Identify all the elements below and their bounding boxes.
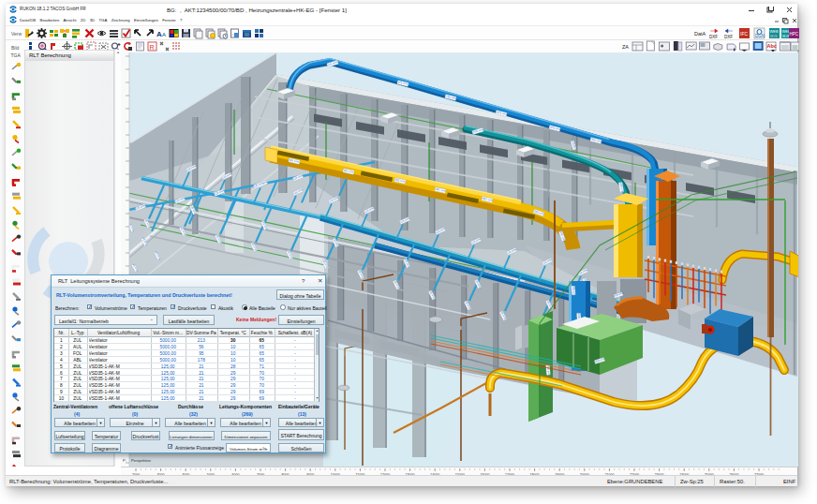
svg-text:R: R	[150, 44, 155, 51]
svg-text:HPC: HPC	[790, 32, 799, 37]
svg-text:P;: P;	[123, 458, 126, 463]
svg-text:DGN: DGN	[755, 34, 765, 38]
svg-text:Perspektive: Perspektive	[131, 458, 152, 463]
svg-text:DatA: DatA	[694, 31, 706, 37]
svg-text:IFC: IFC	[740, 31, 748, 37]
svg-text:ZA: ZA	[622, 44, 629, 50]
svg-text:TGA: TGA	[11, 52, 22, 58]
svg-text:A: A	[162, 32, 166, 37]
svg-text:DXF: DXF	[724, 35, 733, 39]
svg-text:3DS: 3DS	[770, 34, 778, 38]
svg-text:DXF: DXF	[709, 35, 718, 39]
svg-text:Abc: Abc	[767, 43, 777, 49]
svg-text:3DS: 3DS	[782, 34, 790, 38]
